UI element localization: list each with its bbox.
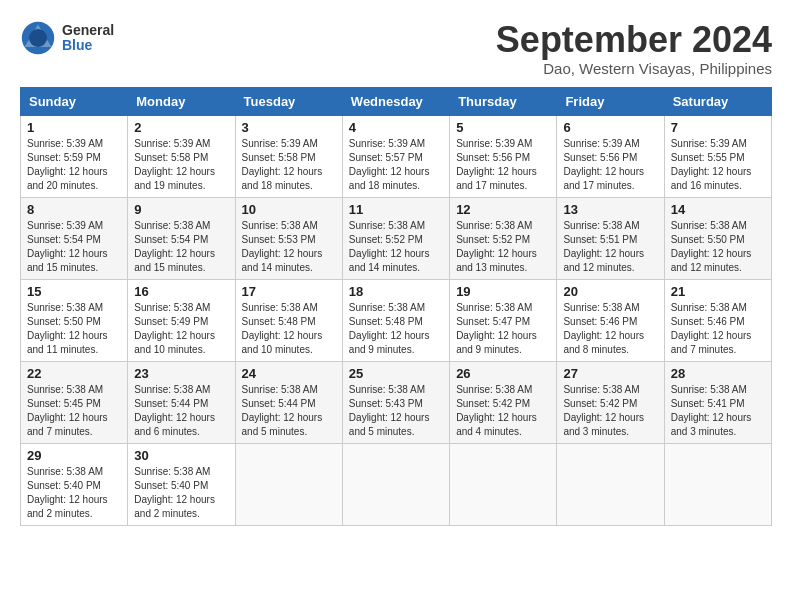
- page-header: General Blue September 2024 Dao, Western…: [20, 20, 772, 77]
- day-number: 12: [456, 202, 550, 217]
- day-info: Sunrise: 5:39 AM Sunset: 5:59 PM Dayligh…: [27, 137, 121, 193]
- logo: General Blue: [20, 20, 114, 56]
- calendar-cell: [342, 443, 449, 525]
- day-number: 27: [563, 366, 657, 381]
- calendar-cell: 15Sunrise: 5:38 AM Sunset: 5:50 PM Dayli…: [21, 279, 128, 361]
- calendar-cell: 28Sunrise: 5:38 AM Sunset: 5:41 PM Dayli…: [664, 361, 771, 443]
- calendar-cell: 7Sunrise: 5:39 AM Sunset: 5:55 PM Daylig…: [664, 115, 771, 197]
- day-number: 3: [242, 120, 336, 135]
- logo-text: General Blue: [62, 23, 114, 54]
- calendar-cell: 1Sunrise: 5:39 AM Sunset: 5:59 PM Daylig…: [21, 115, 128, 197]
- calendar-cell: 23Sunrise: 5:38 AM Sunset: 5:44 PM Dayli…: [128, 361, 235, 443]
- day-header-monday: Monday: [128, 87, 235, 115]
- calendar-cell: 8Sunrise: 5:39 AM Sunset: 5:54 PM Daylig…: [21, 197, 128, 279]
- day-info: Sunrise: 5:39 AM Sunset: 5:56 PM Dayligh…: [563, 137, 657, 193]
- day-number: 24: [242, 366, 336, 381]
- calendar-cell: 22Sunrise: 5:38 AM Sunset: 5:45 PM Dayli…: [21, 361, 128, 443]
- calendar-cell: 9Sunrise: 5:38 AM Sunset: 5:54 PM Daylig…: [128, 197, 235, 279]
- calendar-cell: 4Sunrise: 5:39 AM Sunset: 5:57 PM Daylig…: [342, 115, 449, 197]
- day-number: 14: [671, 202, 765, 217]
- calendar-cell: [450, 443, 557, 525]
- calendar-cell: [557, 443, 664, 525]
- day-info: Sunrise: 5:38 AM Sunset: 5:40 PM Dayligh…: [27, 465, 121, 521]
- day-header-wednesday: Wednesday: [342, 87, 449, 115]
- day-header-tuesday: Tuesday: [235, 87, 342, 115]
- week-row-3: 22Sunrise: 5:38 AM Sunset: 5:45 PM Dayli…: [21, 361, 772, 443]
- week-row-2: 15Sunrise: 5:38 AM Sunset: 5:50 PM Dayli…: [21, 279, 772, 361]
- day-number: 5: [456, 120, 550, 135]
- day-info: Sunrise: 5:38 AM Sunset: 5:44 PM Dayligh…: [242, 383, 336, 439]
- week-row-1: 8Sunrise: 5:39 AM Sunset: 5:54 PM Daylig…: [21, 197, 772, 279]
- day-info: Sunrise: 5:38 AM Sunset: 5:53 PM Dayligh…: [242, 219, 336, 275]
- day-info: Sunrise: 5:38 AM Sunset: 5:50 PM Dayligh…: [27, 301, 121, 357]
- calendar-cell: 12Sunrise: 5:38 AM Sunset: 5:52 PM Dayli…: [450, 197, 557, 279]
- day-header-saturday: Saturday: [664, 87, 771, 115]
- calendar-cell: 26Sunrise: 5:38 AM Sunset: 5:42 PM Dayli…: [450, 361, 557, 443]
- day-number: 21: [671, 284, 765, 299]
- day-info: Sunrise: 5:38 AM Sunset: 5:41 PM Dayligh…: [671, 383, 765, 439]
- day-info: Sunrise: 5:39 AM Sunset: 5:57 PM Dayligh…: [349, 137, 443, 193]
- day-number: 2: [134, 120, 228, 135]
- month-title: September 2024: [496, 20, 772, 60]
- day-number: 7: [671, 120, 765, 135]
- calendar-cell: 27Sunrise: 5:38 AM Sunset: 5:42 PM Dayli…: [557, 361, 664, 443]
- day-info: Sunrise: 5:38 AM Sunset: 5:52 PM Dayligh…: [456, 219, 550, 275]
- day-number: 20: [563, 284, 657, 299]
- logo-blue: Blue: [62, 38, 114, 53]
- calendar-cell: 30Sunrise: 5:38 AM Sunset: 5:40 PM Dayli…: [128, 443, 235, 525]
- calendar-cell: 13Sunrise: 5:38 AM Sunset: 5:51 PM Dayli…: [557, 197, 664, 279]
- day-info: Sunrise: 5:38 AM Sunset: 5:48 PM Dayligh…: [349, 301, 443, 357]
- calendar-cell: 2Sunrise: 5:39 AM Sunset: 5:58 PM Daylig…: [128, 115, 235, 197]
- header-row: SundayMondayTuesdayWednesdayThursdayFrid…: [21, 87, 772, 115]
- day-header-sunday: Sunday: [21, 87, 128, 115]
- location: Dao, Western Visayas, Philippines: [496, 60, 772, 77]
- logo-icon: [20, 20, 56, 56]
- calendar-cell: 25Sunrise: 5:38 AM Sunset: 5:43 PM Dayli…: [342, 361, 449, 443]
- day-info: Sunrise: 5:38 AM Sunset: 5:42 PM Dayligh…: [456, 383, 550, 439]
- day-number: 10: [242, 202, 336, 217]
- day-info: Sunrise: 5:38 AM Sunset: 5:49 PM Dayligh…: [134, 301, 228, 357]
- day-header-thursday: Thursday: [450, 87, 557, 115]
- day-number: 6: [563, 120, 657, 135]
- calendar-cell: 17Sunrise: 5:38 AM Sunset: 5:48 PM Dayli…: [235, 279, 342, 361]
- title-area: September 2024 Dao, Western Visayas, Phi…: [496, 20, 772, 77]
- day-info: Sunrise: 5:38 AM Sunset: 5:40 PM Dayligh…: [134, 465, 228, 521]
- day-number: 23: [134, 366, 228, 381]
- day-info: Sunrise: 5:39 AM Sunset: 5:56 PM Dayligh…: [456, 137, 550, 193]
- day-number: 9: [134, 202, 228, 217]
- day-info: Sunrise: 5:39 AM Sunset: 5:55 PM Dayligh…: [671, 137, 765, 193]
- day-info: Sunrise: 5:39 AM Sunset: 5:58 PM Dayligh…: [134, 137, 228, 193]
- day-number: 8: [27, 202, 121, 217]
- calendar-cell: 18Sunrise: 5:38 AM Sunset: 5:48 PM Dayli…: [342, 279, 449, 361]
- day-info: Sunrise: 5:38 AM Sunset: 5:45 PM Dayligh…: [27, 383, 121, 439]
- day-number: 15: [27, 284, 121, 299]
- calendar-table: SundayMondayTuesdayWednesdayThursdayFrid…: [20, 87, 772, 526]
- day-number: 19: [456, 284, 550, 299]
- day-info: Sunrise: 5:38 AM Sunset: 5:47 PM Dayligh…: [456, 301, 550, 357]
- day-info: Sunrise: 5:38 AM Sunset: 5:43 PM Dayligh…: [349, 383, 443, 439]
- day-number: 29: [27, 448, 121, 463]
- logo-general: General: [62, 23, 114, 38]
- day-header-friday: Friday: [557, 87, 664, 115]
- calendar-cell: 24Sunrise: 5:38 AM Sunset: 5:44 PM Dayli…: [235, 361, 342, 443]
- week-row-0: 1Sunrise: 5:39 AM Sunset: 5:59 PM Daylig…: [21, 115, 772, 197]
- day-number: 25: [349, 366, 443, 381]
- day-number: 4: [349, 120, 443, 135]
- day-number: 18: [349, 284, 443, 299]
- day-number: 11: [349, 202, 443, 217]
- day-info: Sunrise: 5:38 AM Sunset: 5:52 PM Dayligh…: [349, 219, 443, 275]
- calendar-cell: 21Sunrise: 5:38 AM Sunset: 5:46 PM Dayli…: [664, 279, 771, 361]
- calendar-cell: 11Sunrise: 5:38 AM Sunset: 5:52 PM Dayli…: [342, 197, 449, 279]
- day-number: 17: [242, 284, 336, 299]
- day-info: Sunrise: 5:38 AM Sunset: 5:46 PM Dayligh…: [671, 301, 765, 357]
- calendar-cell: 16Sunrise: 5:38 AM Sunset: 5:49 PM Dayli…: [128, 279, 235, 361]
- calendar-cell: 19Sunrise: 5:38 AM Sunset: 5:47 PM Dayli…: [450, 279, 557, 361]
- calendar-cell: 3Sunrise: 5:39 AM Sunset: 5:58 PM Daylig…: [235, 115, 342, 197]
- day-number: 16: [134, 284, 228, 299]
- day-info: Sunrise: 5:38 AM Sunset: 5:51 PM Dayligh…: [563, 219, 657, 275]
- calendar-cell: 29Sunrise: 5:38 AM Sunset: 5:40 PM Dayli…: [21, 443, 128, 525]
- calendar-cell: [664, 443, 771, 525]
- day-number: 28: [671, 366, 765, 381]
- day-number: 26: [456, 366, 550, 381]
- svg-point-2: [29, 29, 47, 47]
